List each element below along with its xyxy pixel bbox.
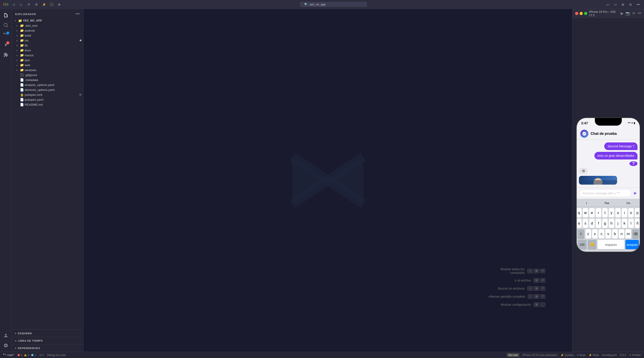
close-window[interactable] [4, 3, 4, 6]
chat-input-field[interactable]: End your message with a "?" [580, 189, 632, 197]
key-p[interactable]: p [635, 208, 640, 218]
tree-item-gitignore[interactable]: ▸ ⬛ .gitignore [12, 72, 83, 77]
warning-count[interactable]: ⊘ 0 [39, 354, 44, 357]
tree-item-linux[interactable]: ▸ 📁 linux [12, 48, 83, 53]
tsconfig-indicator[interactable]: tsconfig.json [602, 354, 617, 357]
key-k[interactable]: k [622, 219, 627, 228]
key-i[interactable]: i [622, 208, 627, 218]
backspace-key[interactable]: ⌫ [632, 229, 639, 239]
traffic-light-green[interactable] [584, 12, 587, 15]
key-m[interactable]: m [626, 229, 631, 239]
maximize-window[interactable] [8, 3, 8, 6]
prettier-indicator[interactable]: ✦ Prettier [629, 354, 641, 357]
ninja-indicator[interactable]: II Ninja [577, 354, 586, 357]
key-d[interactable]: d [589, 219, 595, 228]
key-f[interactable]: f [596, 219, 601, 228]
key-g[interactable]: g [602, 219, 608, 228]
version-indicator[interactable]: 5.3.2 [620, 354, 626, 357]
tree-item-test[interactable]: ▸ 📁 test [12, 58, 83, 63]
activity-account[interactable] [1, 331, 10, 340]
activity-files[interactable] [1, 11, 10, 20]
tree-item-dart-tool[interactable]: ▸ 📁 .dart_tool [12, 23, 83, 28]
grid-icon[interactable]: ⊟ [628, 2, 633, 7]
key-q[interactable]: q [577, 208, 582, 218]
activity-extensions[interactable] [1, 50, 10, 59]
key-t[interactable]: t [602, 208, 608, 218]
tree-root-folder[interactable]: ▾ 📁 YES_NO_APP [12, 18, 83, 23]
send-button[interactable]: ➤ [633, 190, 637, 196]
layout2-icon[interactable]: ▭ [613, 2, 618, 7]
activity-settings[interactable] [1, 341, 10, 350]
key-j[interactable]: j [615, 219, 621, 228]
esquema-header[interactable]: ▸ ESQUEMA [12, 331, 83, 336]
accept-key[interactable]: aceptar [626, 240, 639, 249]
tree-item-web[interactable]: ▸ 📁 web [12, 63, 83, 67]
forward-arrow-icon[interactable]: ▷ [19, 2, 23, 7]
dependencies-header[interactable]: ▸ DEPENDENCIES [12, 346, 83, 350]
tree-item-build[interactable]: ▸ 📁 build [12, 33, 83, 38]
key-c[interactable]: c [599, 229, 604, 239]
search-bar[interactable]: 🔍 yes_no_app [300, 2, 367, 7]
golive-btn[interactable]: Go Live [507, 353, 520, 357]
quokka-indicator[interactable]: ⚡ Quokka [560, 354, 574, 357]
screenshot-icon[interactable]: 📷 [626, 11, 630, 15]
split-icon[interactable]: ⊞ [621, 2, 625, 7]
activity-source-control[interactable]: 4 [1, 30, 10, 39]
key-z[interactable]: z [586, 229, 591, 239]
back-arrow-icon[interactable]: ◁ [11, 2, 16, 7]
activity-search[interactable] [1, 21, 10, 30]
zoom-icon[interactable]: ⊕ [57, 2, 62, 7]
key-w[interactable]: w [583, 208, 588, 218]
tree-item-devtools[interactable]: ▸ 📄 devtools_options.yaml [12, 87, 83, 92]
key-e[interactable]: e [589, 208, 595, 218]
key-u[interactable]: u [615, 208, 621, 218]
key-h[interactable]: h [609, 219, 614, 228]
play-icon[interactable]: ▶ [621, 11, 623, 15]
tree-item-ios[interactable]: ▸ 📁 ios [12, 38, 83, 43]
minimize-window[interactable] [6, 3, 6, 6]
tree-item-analysis[interactable]: ▸ 📄 analysis_options.yaml [12, 82, 83, 87]
stop-icon[interactable]: ⬛ [49, 2, 54, 7]
suggestion-im[interactable]: I'm [625, 201, 632, 205]
refresh-icon[interactable]: ↺ [26, 2, 31, 7]
key-b[interactable]: b [612, 229, 618, 239]
suggestion-the[interactable]: The [602, 201, 611, 205]
key-s[interactable]: s [583, 219, 588, 228]
debug-label[interactable]: Debug my code [47, 354, 66, 357]
key-r[interactable]: r [596, 208, 601, 218]
tree-item-metadata[interactable]: ▸ 📄 .metadata [12, 77, 83, 82]
emoji-key[interactable]: 😊 [588, 240, 597, 249]
tree-item-readme[interactable]: ▸ 📄 README.md [12, 102, 83, 107]
layout1-icon[interactable]: ▭ [606, 2, 610, 7]
more-icon[interactable]: ••• [638, 11, 641, 15]
error-count[interactable]: 0 0 1 [17, 354, 36, 357]
tree-item-pubspec-yaml[interactable]: ▸ 📄 pubspec.yaml [12, 97, 83, 102]
key-a[interactable]: a [577, 219, 582, 228]
traffic-light-yellow[interactable] [580, 12, 583, 15]
activity-run[interactable]: 1 [1, 40, 10, 49]
timeline-header[interactable]: ▸ LÍNEA DE TIEMPO [12, 339, 83, 343]
more-dots-icon[interactable]: ••• [636, 2, 640, 7]
key-n-tilde[interactable]: ñ [635, 219, 640, 228]
sidebar-more-button[interactable]: ••• [76, 12, 80, 16]
key-l[interactable]: l [628, 219, 634, 228]
traffic-light-red[interactable] [575, 12, 578, 15]
settings-icon[interactable]: ⚙ [34, 2, 38, 7]
ninja2-indicator[interactable]: ⚡ Ninja [588, 354, 599, 357]
bolt-icon[interactable]: ⚡ [42, 2, 46, 7]
tree-item-pubspec-lock[interactable]: ▸ 🔒 pubspec.lock M [12, 92, 83, 97]
suggestion-i[interactable]: I [584, 201, 589, 205]
tree-item-windows[interactable]: ▸ 📁 windows [12, 67, 83, 72]
key-o[interactable]: o [628, 208, 634, 218]
key-v[interactable]: v [606, 229, 611, 239]
key-x[interactable]: x [592, 229, 598, 239]
tree-item-android[interactable]: ▸ 📁 android [12, 28, 83, 33]
rotate-icon[interactable]: ⟳ [632, 11, 635, 15]
key-n[interactable]: n [619, 229, 624, 239]
shift-key[interactable]: ⇧ [578, 229, 584, 239]
simulator-name[interactable]: iPhone 15 Pro (ios simulator) [522, 354, 558, 357]
tree-item-lib[interactable]: ▸ 📁 lib [12, 43, 83, 48]
key-y[interactable]: y [609, 208, 614, 218]
tree-item-macos[interactable]: ▸ 📁 macos [12, 53, 83, 58]
numbers-key[interactable]: 123 [578, 240, 586, 249]
